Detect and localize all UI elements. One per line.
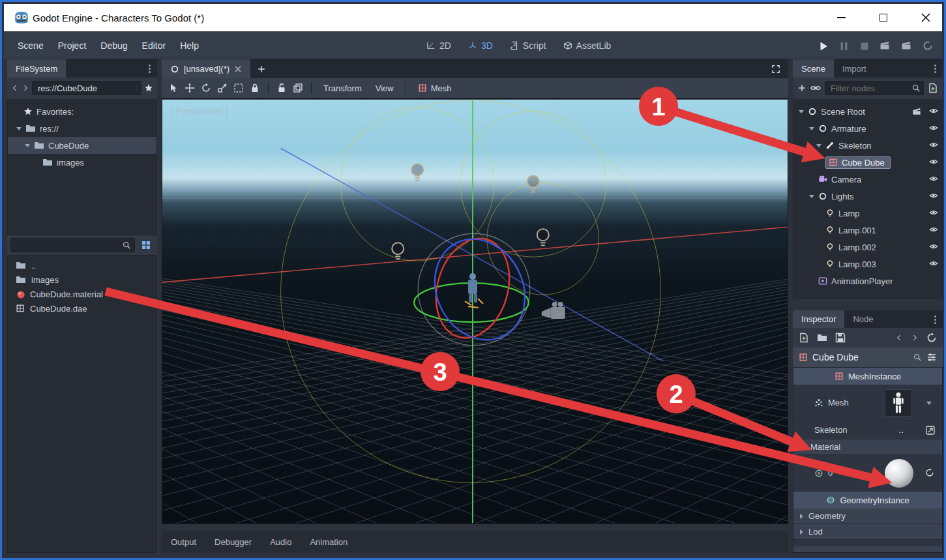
tab-inspector[interactable]: Inspector	[793, 310, 844, 328]
display-mode-grid-button[interactable]	[141, 240, 151, 250]
expand-arrow-icon[interactable]	[16, 127, 22, 130]
node-armature[interactable]: Armature	[793, 120, 942, 137]
file-item-dae[interactable]: CubeDude.dae	[8, 301, 156, 316]
node-lamp[interactable]: Lamp	[793, 205, 942, 222]
minimize-button[interactable]	[837, 17, 846, 18]
node-cube-dube[interactable]: Cube Dube	[793, 154, 942, 171]
visibility-eye-icon[interactable]	[929, 225, 938, 234]
tab-scene-dock[interactable]: Scene	[793, 59, 834, 78]
history-forward-button[interactable]	[911, 334, 919, 342]
tab-filesystem[interactable]: FileSystem	[7, 59, 66, 78]
dock-menu-icon[interactable]	[934, 68, 936, 70]
tab-node[interactable]: Node	[844, 310, 881, 328]
favorite-star-icon[interactable]	[144, 83, 153, 93]
workspace-2d[interactable]: 2D	[426, 40, 451, 51]
node-skeleton[interactable]: Skeleton	[793, 137, 942, 154]
tab-debugger[interactable]: Debugger	[214, 537, 252, 547]
transform-menu[interactable]: Transform	[319, 83, 366, 93]
new-scene-tab-button[interactable]	[250, 59, 273, 78]
filter-nodes-input[interactable]	[825, 81, 924, 95]
new-resource-button[interactable]	[799, 332, 809, 343]
mesh-preview-thumbnail[interactable]	[885, 389, 912, 417]
search-properties-icon[interactable]	[913, 353, 922, 362]
tab-output[interactable]: Output	[171, 537, 196, 547]
object-history-button[interactable]	[926, 332, 937, 343]
file-item[interactable]: images	[8, 273, 156, 287]
material-preview-sphere[interactable]	[885, 459, 913, 488]
material-extra-icon[interactable]	[925, 468, 934, 477]
inspector-tools-icon[interactable]	[926, 352, 937, 362]
tab-audio[interactable]: Audio	[270, 537, 291, 547]
select-tool-button[interactable]	[168, 83, 179, 93]
path-field[interactable]	[32, 81, 141, 95]
visibility-eye-icon[interactable]	[929, 106, 938, 115]
visibility-eye-icon[interactable]	[929, 191, 938, 200]
close-tab-icon[interactable]	[234, 65, 242, 73]
list-select-button[interactable]	[233, 83, 244, 93]
visibility-eye-icon[interactable]	[929, 208, 938, 217]
expand-arrow-icon[interactable]	[809, 195, 814, 198]
expand-arrow-icon[interactable]	[799, 110, 804, 113]
3d-viewport[interactable]: [ Perspective ]	[162, 98, 788, 524]
add-node-button[interactable]	[797, 83, 806, 93]
search-files-input[interactable]	[10, 238, 135, 252]
section-lod[interactable]: Lod	[793, 524, 942, 540]
play-button[interactable]	[819, 41, 828, 50]
assign-node-icon[interactable]	[925, 425, 936, 435]
rotate-tool-button[interactable]	[201, 83, 211, 93]
expand-arrow-icon[interactable]	[809, 127, 814, 130]
save-resource-button[interactable]	[835, 332, 846, 343]
visibility-eye-icon[interactable]	[929, 123, 938, 132]
view-menu[interactable]: View	[372, 83, 398, 93]
tab-import[interactable]: Import	[834, 59, 875, 78]
history-back-button[interactable]	[895, 334, 903, 342]
workspace-3d[interactable]: 3D	[468, 40, 493, 51]
film-icon[interactable]	[912, 107, 921, 116]
close-button[interactable]	[921, 13, 930, 22]
mesh-menu[interactable]: Mesh	[414, 83, 456, 93]
menu-scene[interactable]: Scene	[10, 40, 51, 51]
node-lamp-002[interactable]: Lamp.002	[793, 239, 942, 256]
node-animationplayer[interactable]: AnimationPlayer	[793, 273, 942, 289]
file-item-material[interactable]: CubeDude.material	[8, 287, 156, 301]
node-lights[interactable]: Lights	[793, 188, 942, 205]
distraction-free-button[interactable]	[763, 59, 788, 78]
scene-tab-unsaved[interactable]: [unsaved](*)	[162, 59, 250, 78]
play-scene-button[interactable]	[879, 40, 890, 51]
file-item[interactable]: ..	[8, 258, 156, 273]
menu-help[interactable]: Help	[173, 40, 206, 51]
node-scene-root[interactable]: Scene Root	[793, 103, 942, 120]
menu-debug[interactable]: Debug	[93, 40, 134, 51]
expand-arrow-icon[interactable]	[25, 144, 30, 147]
perspective-label[interactable]: [ Perspective ]	[170, 106, 228, 116]
workspace-assetlib[interactable]: AssetLib	[563, 40, 612, 51]
maximize-button[interactable]	[879, 14, 887, 22]
stop-button[interactable]	[859, 41, 868, 50]
section-material[interactable]: Material	[793, 439, 942, 455]
menu-editor[interactable]: Editor	[135, 40, 173, 51]
tab-animation[interactable]: Animation	[310, 537, 347, 547]
dock-menu-icon[interactable]	[934, 319, 936, 321]
tree-item-favorites[interactable]: Favorites:	[8, 103, 156, 120]
unlock-button[interactable]	[276, 83, 287, 93]
node-camera[interactable]: Camera	[793, 171, 942, 188]
play-custom-scene-button[interactable]	[901, 40, 911, 51]
node-lamp-003[interactable]: Lamp.003	[793, 256, 942, 273]
forward-icon[interactable]	[22, 84, 29, 92]
skeleton-value[interactable]: ..	[899, 425, 904, 435]
visibility-eye-icon[interactable]	[929, 259, 938, 268]
group-button[interactable]	[293, 83, 303, 93]
node-lamp-001[interactable]: Lamp.001	[793, 222, 942, 239]
lock-button[interactable]	[250, 83, 260, 93]
dock-menu-icon[interactable]	[149, 68, 151, 70]
visibility-eye-icon[interactable]	[929, 140, 938, 149]
visibility-eye-icon[interactable]	[929, 242, 938, 251]
workspace-script[interactable]: Script	[510, 40, 546, 51]
tree-item-cubedude[interactable]: CubeDude	[8, 137, 156, 154]
menu-project[interactable]: Project	[51, 40, 94, 51]
tree-item-res[interactable]: res://	[8, 120, 156, 137]
instance-scene-button[interactable]	[810, 83, 821, 93]
pause-button[interactable]	[839, 41, 848, 50]
visibility-eye-icon[interactable]	[929, 157, 938, 166]
new-scene-root-button[interactable]	[928, 83, 938, 93]
